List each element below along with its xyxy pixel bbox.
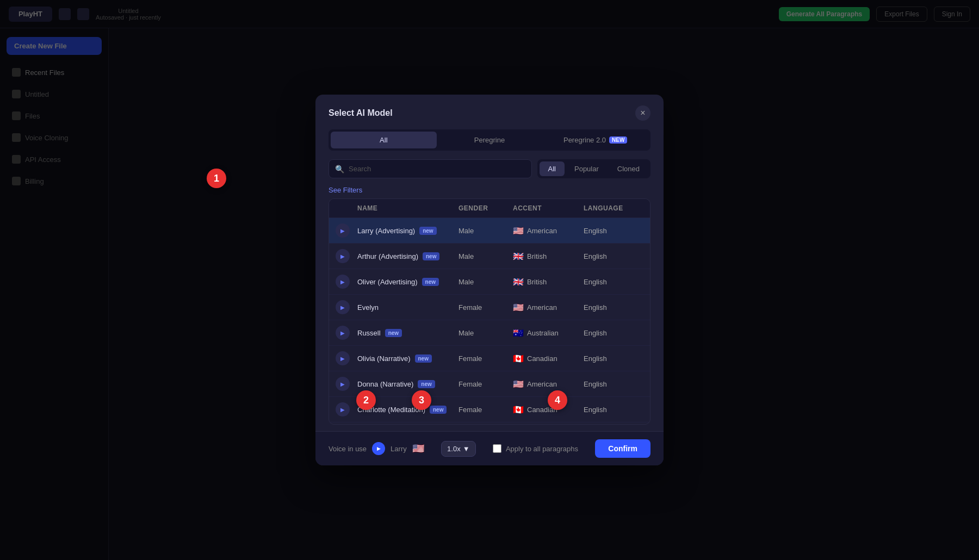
chevron-down-icon: ▼ (463, 445, 470, 453)
search-input[interactable] (329, 159, 532, 178)
play-voice-button[interactable]: ▶ (336, 300, 350, 314)
annotation-badge-1: 1 (207, 169, 226, 188)
accent-cell: 🇺🇸 American (513, 226, 584, 236)
filter-group: All Popular Cloned (537, 159, 650, 178)
voice-name-cell: Larry (Advertising) new (357, 227, 458, 235)
play-voice-button[interactable]: ▶ (336, 223, 350, 238)
flag-icon: 🇬🇧 (513, 277, 524, 287)
voice-name: Russell (357, 329, 381, 337)
footer-play-button[interactable]: ▶ (372, 442, 385, 455)
voice-name: Donna (Narrative) (357, 380, 413, 388)
table-row[interactable]: ▶ Olivia (Narrative) new Female 🇨🇦 Canad… (329, 345, 650, 371)
tab-peregrine[interactable]: Peregrine (437, 132, 543, 148)
table-row[interactable]: ▶ Larry (Advertising) new Male 🇺🇸 Americ… (329, 217, 650, 243)
tab-peregrine-2[interactable]: Peregrine 2.0 NEW (542, 132, 648, 148)
search-icon: 🔍 (335, 165, 344, 173)
modal-header: Select AI Model × (315, 95, 664, 129)
language-cell: English (584, 278, 643, 286)
play-voice-button[interactable]: ▶ (336, 275, 350, 289)
gender-cell: Female (458, 380, 513, 388)
language-cell: English (584, 329, 643, 337)
search-filter-row: 🔍 All Popular Cloned (329, 159, 650, 178)
annotation-badge-4: 4 (548, 390, 567, 410)
search-input-wrap: 🔍 (329, 159, 532, 178)
gender-cell: Female (458, 303, 513, 312)
gender-cell: Female (458, 354, 513, 363)
apply-all-row: Apply to all paragraphs (493, 444, 578, 453)
gender-cell: Male (458, 329, 513, 337)
gender-cell: Male (458, 278, 513, 286)
language-cell: English (584, 227, 643, 235)
play-voice-button[interactable]: ▶ (336, 377, 350, 391)
new-badge: new (419, 227, 436, 235)
footer-flag-icon: 🇺🇸 (412, 443, 424, 455)
voice-name-cell: Arthur (Advertising) new (357, 252, 458, 260)
accent-cell: 🇺🇸 American (513, 379, 584, 389)
voice-name-cell: Olivia (Narrative) new (357, 354, 458, 363)
accent-label: British (527, 278, 547, 286)
table-row[interactable]: ▶ Donna (Narrative) new Female 🇺🇸 Americ… (329, 371, 650, 396)
annotation-badge-2: 2 (356, 390, 376, 410)
table-row[interactable]: ▶ Russell new Male 🇦🇺 Australian English (329, 320, 650, 345)
filter-popular-button[interactable]: Popular (566, 161, 608, 176)
voice-name-cell: Oliver (Advertising) new (357, 278, 458, 286)
modal-title: Select AI Model (329, 108, 393, 118)
tab-all[interactable]: All (331, 132, 437, 148)
flag-icon: 🇺🇸 (513, 302, 524, 313)
voice-in-use-label: Voice in use (329, 445, 367, 453)
col-header-accent: Accent (513, 204, 584, 212)
filter-cloned-button[interactable]: Cloned (609, 161, 648, 176)
see-filters-link[interactable]: See Filters (329, 186, 650, 194)
filter-all-button[interactable]: All (540, 161, 565, 176)
new-badge: new (430, 406, 447, 414)
play-voice-button[interactable]: ▶ (336, 402, 350, 416)
voice-name: Olivia (Narrative) (357, 354, 411, 363)
table-row[interactable]: ▶ Oliver (Advertising) new Male 🇬🇧 Briti… (329, 269, 650, 294)
new-badge: new (385, 329, 402, 337)
model-tab-bar: All Peregrine Peregrine 2.0 NEW (329, 129, 650, 151)
speed-selector[interactable]: 1.0x ▼ (441, 441, 475, 457)
gender-cell: Female (458, 406, 513, 414)
accent-label: American (527, 303, 557, 312)
apply-all-label: Apply to all paragraphs (506, 445, 578, 453)
voice-name: Arthur (Advertising) (357, 252, 418, 260)
table-row[interactable]: ▶ Arthur (Advertising) new Male 🇬🇧 Briti… (329, 243, 650, 269)
speed-value: 1.0x (447, 445, 461, 453)
col-header-name: Name (357, 204, 458, 212)
accent-cell: 🇨🇦 Canadian (513, 405, 584, 415)
accent-cell: 🇦🇺 Australian (513, 328, 584, 338)
annotation-badge-3: 3 (412, 390, 431, 410)
tab-peregrine-label: Peregrine (474, 136, 505, 144)
apply-all-checkbox[interactable] (493, 444, 501, 453)
language-cell: English (584, 303, 643, 312)
flag-icon: 🇬🇧 (513, 251, 524, 262)
voice-name-cell: Evelyn (357, 303, 458, 312)
new-badge: new (423, 252, 439, 260)
language-cell: English (584, 252, 643, 260)
table-header: Name Gender Accent Language (329, 199, 650, 217)
voice-name: Larry (Advertising) (357, 227, 415, 235)
flag-icon: 🇺🇸 (513, 226, 524, 236)
table-row[interactable]: ▶ Donna (Meditation) new Female 🇺🇸 Ameri… (329, 422, 650, 424)
new-badge: new (422, 278, 439, 286)
voice-name: Evelyn (357, 303, 379, 312)
table-row[interactable]: ▶ Evelyn Female 🇺🇸 American English (329, 294, 650, 320)
table-row[interactable]: ▶ Charlotte (Meditation) new Female 🇨🇦 C… (329, 396, 650, 422)
col-header-gender: Gender (458, 204, 513, 212)
tab-all-label: All (380, 136, 387, 144)
flag-icon: 🇺🇸 (513, 379, 524, 389)
modal-close-button[interactable]: × (635, 105, 650, 121)
accent-label: British (527, 252, 547, 260)
accent-label: American (527, 227, 557, 235)
new-badge: new (415, 354, 432, 363)
confirm-button[interactable]: Confirm (595, 439, 650, 458)
flag-icon: 🇨🇦 (513, 405, 524, 415)
voice-table-body: ▶ Larry (Advertising) new Male 🇺🇸 Americ… (329, 217, 650, 424)
play-voice-button[interactable]: ▶ (336, 351, 350, 365)
play-voice-button[interactable]: ▶ (336, 249, 350, 263)
accent-cell: 🇨🇦 Canadian (513, 353, 584, 364)
play-voice-button[interactable]: ▶ (336, 326, 350, 340)
voice-in-use-info: Voice in use ▶ Larry 🇺🇸 (329, 442, 424, 455)
current-voice-name: Larry (391, 445, 407, 453)
accent-cell: 🇬🇧 British (513, 251, 584, 262)
